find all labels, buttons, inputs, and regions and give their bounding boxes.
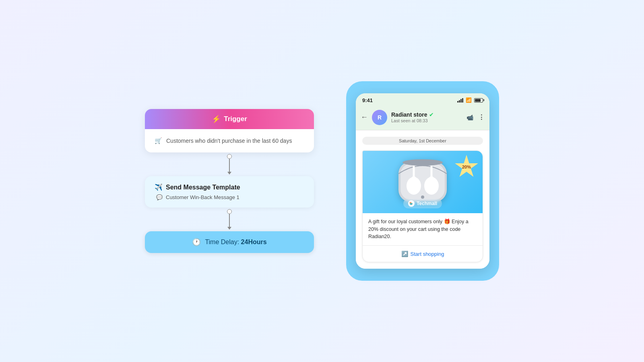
phone-outer: 9:41 📶 [346, 81, 499, 281]
send-message-subtitle-text: Customer Win-Back Message 1 [166, 194, 239, 200]
wifi-icon: 📶 [466, 97, 472, 103]
battery-tip [483, 99, 484, 101]
connector-circle-1 [227, 154, 232, 159]
time-delay-card[interactable]: 🕐 Time Delay: 24Hours [145, 231, 314, 253]
signal-bar-3 [460, 99, 462, 103]
battery-fill [475, 99, 481, 102]
signal-bars-icon [457, 98, 463, 103]
brand-logo: 🏪 [408, 200, 415, 207]
message-bubble: 20% 🏪 Techmall A gift for our l [362, 150, 483, 262]
cart-icon: 🛒 [155, 137, 162, 144]
status-bar: 9:41 📶 [356, 93, 489, 107]
lightning-icon: ⚡ [212, 115, 221, 123]
trigger-body: 🛒 Customers who didn't purchase in the l… [145, 129, 314, 152]
workflow-panel: ⚡ Trigger 🛒 Customers who didn't purchas… [145, 109, 314, 253]
trigger-description: Customers who didn't purchase in the las… [166, 138, 292, 144]
time-delay-label: Time Delay: [205, 239, 239, 245]
brand-name: Techmall [417, 201, 437, 206]
contact-name-row: Radiant store ✔ [391, 111, 462, 118]
svg-point-2 [402, 159, 443, 166]
brand-logo-icon: 🏪 [409, 202, 413, 205]
connector-arrow-2 [227, 227, 231, 230]
video-call-icon[interactable]: 📹 [466, 114, 473, 121]
whatsapp-header: ← R Radiant store ✔ Last seen at 08:33 📹… [356, 107, 489, 130]
phone-panel: 9:41 📶 [346, 81, 499, 281]
discount-value: 20% [462, 165, 471, 169]
date-divider: Saturday, 1st December [362, 137, 483, 145]
status-time: 9:41 [362, 97, 373, 103]
connector-line-2 [229, 214, 230, 227]
chat-actions: 📹 ⋮ [466, 113, 485, 121]
main-container: ⚡ Trigger 🛒 Customers who didn't purchas… [0, 0, 644, 362]
connector-2 [227, 209, 232, 230]
trigger-title: Trigger [224, 115, 247, 123]
message-text: A gift for our loyal customers only 🎁 En… [363, 213, 483, 245]
send-message-label: Send Message Template [166, 184, 240, 191]
send-message-card[interactable]: ✈️ Send Message Template 💬 Customer Win-… [145, 176, 314, 208]
brand-tag: 🏪 Techmall [403, 199, 442, 208]
more-options-icon[interactable]: ⋮ [478, 113, 485, 121]
connector-arrow-1 [227, 172, 231, 175]
svg-point-7 [428, 176, 435, 186]
contact-name: Radiant store [391, 111, 427, 118]
signal-bar-1 [457, 101, 458, 103]
product-image: 20% 🏪 Techmall [363, 151, 483, 213]
connector-1 [227, 154, 232, 175]
signal-bar-2 [459, 100, 460, 103]
time-delay-value: 24Hours [241, 239, 267, 245]
send-message-subtitle-row: 💬 Customer Win-Back Message 1 [155, 194, 304, 200]
contact-avatar: R [372, 110, 387, 125]
paper-plane-icon: ✈️ [155, 183, 163, 191]
connector-circle-2 [227, 209, 232, 214]
cta-label: Start shopping [411, 251, 444, 257]
start-shopping-button[interactable]: ↗️ Start shopping [363, 245, 483, 262]
clock-icon: 🕐 [192, 238, 201, 247]
signal-bar-4 [462, 98, 463, 103]
phone-screen: 9:41 📶 [356, 93, 489, 269]
contact-info: Radiant store ✔ Last seen at 08:33 [391, 111, 462, 123]
trigger-card: ⚡ Trigger 🛒 Customers who didn't purchas… [145, 109, 314, 152]
contact-last-seen: Last seen at 08:33 [391, 118, 462, 123]
send-message-title-row: ✈️ Send Message Template [155, 183, 304, 191]
chat-area: Saturday, 1st December [356, 130, 489, 269]
back-icon[interactable]: ← [361, 113, 368, 121]
external-link-icon: ↗️ [401, 251, 408, 257]
trigger-header[interactable]: ⚡ Trigger [145, 109, 314, 129]
status-icons: 📶 [457, 97, 483, 103]
connector-line-1 [229, 159, 230, 172]
time-delay-text: Time Delay: 24Hours [205, 239, 266, 246]
verified-icon: ✔ [429, 111, 434, 118]
message-icon: 💬 [156, 194, 163, 200]
battery-icon [474, 98, 483, 103]
svg-point-4 [411, 176, 417, 186]
